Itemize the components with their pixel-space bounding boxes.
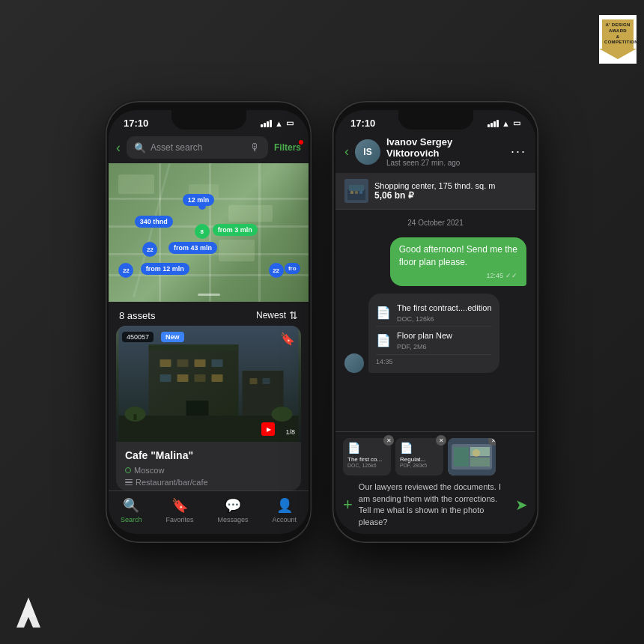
card-image: 450057 New 🔖 ▶ 1/8 bbox=[116, 326, 301, 442]
filters-dot bbox=[299, 140, 303, 145]
map-pin-from12mln[interactable]: from 12 mln bbox=[141, 263, 189, 275]
pinned-property-img bbox=[344, 179, 368, 203]
received-files-msg: 📄 The first contract....edition DOC, 126… bbox=[368, 294, 499, 373]
phone-1: 17:10 ▲ ▭ ‹ bbox=[106, 101, 312, 543]
svg-rect-15 bbox=[263, 378, 270, 384]
back-button[interactable]: ‹ bbox=[116, 140, 121, 156]
mic-icon[interactable]: 🎙 bbox=[250, 142, 261, 154]
contact-name: Ivanov Sergey Viktorovich bbox=[386, 136, 505, 159]
svg-rect-29 bbox=[470, 458, 490, 467]
sort-label: Newest bbox=[256, 310, 286, 321]
svg-point-17 bbox=[272, 407, 293, 422]
bar1 bbox=[261, 124, 263, 127]
bookmark-icon[interactable]: 🔖 bbox=[280, 332, 295, 346]
map-scroll-indicator bbox=[198, 294, 220, 296]
pinned-text: Shopping center, 175 thnd. sq. m 5,06 bn… bbox=[374, 181, 526, 201]
nav-account[interactable]: 👤 Account bbox=[272, 497, 297, 523]
pin-value-22a: 22 bbox=[147, 246, 154, 253]
chat-header: ‹ IS Ivanov Sergey Viktorovich Last seen… bbox=[335, 132, 535, 173]
send-button[interactable]: ➤ bbox=[515, 496, 528, 514]
property-card[interactable]: 450057 New 🔖 ▶ 1/8 Cafe "Malina" Moscow bbox=[116, 326, 301, 490]
svg-rect-4 bbox=[160, 359, 171, 367]
attachments-row: ✕ 📄 The first co... DOC, 126k6 ✕ 📄 Regul… bbox=[343, 438, 528, 476]
attachment-photo-bg bbox=[448, 438, 496, 476]
pinned-property-price: 5,06 bn ₽ bbox=[374, 190, 526, 201]
phone-2: 17:10 ▲ ▭ ‹ IS bbox=[332, 101, 538, 543]
sort-button[interactable]: Newest ⇅ bbox=[256, 309, 298, 321]
received-time-1: 14:35 bbox=[376, 357, 492, 367]
map-block-3 bbox=[219, 240, 255, 262]
attachment-1[interactable]: ✕ 📄 The first co... DOC, 126k6 bbox=[343, 438, 391, 476]
map-pin-12mln[interactable]: 12 mln bbox=[183, 194, 215, 206]
attachment-photo[interactable]: ✕ bbox=[448, 438, 496, 476]
map-area[interactable]: 12 mln 340 thnd 8 from 3 mln 22 from 43 … bbox=[109, 163, 309, 302]
battery-icon: ▭ bbox=[286, 118, 294, 128]
map-block-1 bbox=[118, 174, 154, 194]
bar3b bbox=[493, 121, 496, 127]
svg-rect-27 bbox=[454, 447, 469, 467]
chat-back-button[interactable]: ‹ bbox=[344, 144, 349, 160]
sort-icon: ⇅ bbox=[289, 309, 298, 321]
file-meta-2: PDF, 2M6 bbox=[397, 342, 452, 352]
more-options-button[interactable]: ··· bbox=[511, 144, 526, 160]
file-item-2[interactable]: 📄 Floor plan New PDF, 2M6 bbox=[376, 327, 492, 355]
signal-icon-1 bbox=[261, 120, 272, 127]
card-info: Cafe "Malina" Moscow Restaurant/bar/c bbox=[116, 442, 301, 490]
card-id-badge: 450057 bbox=[122, 332, 154, 342]
sent-text-1: Good afternoon! Send me the floor plan p… bbox=[399, 244, 517, 267]
file-type-2: PDF bbox=[397, 343, 410, 350]
pin-value-8: 8 bbox=[201, 228, 204, 235]
signal-icon-2 bbox=[487, 120, 499, 127]
type-line-2 bbox=[125, 482, 133, 483]
file-info-1: The first contract....edition DOC, 126k6 bbox=[397, 303, 492, 323]
image-count: 1/8 bbox=[285, 428, 295, 436]
attachment-close-1[interactable]: ✕ bbox=[383, 435, 394, 446]
attachment-2[interactable]: ✕ 📄 Regulat... PDF, 280k5 bbox=[395, 438, 443, 476]
svg-rect-3 bbox=[149, 344, 239, 350]
att-name-1: The first co... bbox=[347, 456, 386, 463]
filters-button[interactable]: Filters bbox=[274, 142, 301, 153]
map-pin-fro[interactable]: fro bbox=[285, 263, 300, 274]
road-v1 bbox=[159, 163, 161, 302]
assets-header: 8 assets Newest ⇅ bbox=[109, 302, 309, 326]
video-button[interactable]: ▶ bbox=[261, 422, 275, 436]
pinned-message[interactable]: Shopping center, 175 thnd. sq. m 5,06 bn… bbox=[335, 173, 535, 210]
nav-search[interactable]: 🔍 Search bbox=[121, 497, 142, 523]
favorites-nav-icon: 🔖 bbox=[171, 497, 188, 514]
map-pin-from3mln[interactable]: from 3 mln bbox=[213, 224, 258, 236]
bar3 bbox=[267, 121, 269, 127]
status-icons-1: ▲ ▭ bbox=[261, 118, 294, 128]
phone-2-screen: 17:10 ▲ ▭ ‹ IS bbox=[335, 110, 535, 534]
message-input[interactable]: Our lawyers reviewed the documents. I am… bbox=[359, 482, 509, 528]
received-message-1: 📄 The first contract....edition DOC, 126… bbox=[344, 294, 526, 373]
map-pin-340thnd[interactable]: 340 thnd bbox=[135, 216, 173, 228]
svg-rect-23 bbox=[355, 191, 358, 194]
sent-message-1: Good afternoon! Send me the floor plan p… bbox=[390, 237, 526, 286]
add-attachment-button[interactable]: + bbox=[343, 495, 353, 514]
att-meta-1: DOC, 126k6 bbox=[347, 463, 386, 468]
messages-nav-icon: 💬 bbox=[225, 497, 241, 514]
nav-favorites-label: Favorites bbox=[165, 516, 193, 523]
file-item-1[interactable]: 📄 The first contract....edition DOC, 126… bbox=[376, 300, 492, 327]
property-title: Cafe "Malina" bbox=[125, 449, 292, 461]
notch-2 bbox=[398, 110, 473, 130]
chat-messages: 24 October 2021 Good afternoon! Send me … bbox=[335, 210, 535, 431]
sender-avatar bbox=[344, 353, 364, 373]
award-text: A' DESIGN AWARD bbox=[604, 22, 631, 34]
att-size-1: 126k6 bbox=[362, 463, 376, 468]
phone-1-content: 17:10 ▲ ▭ ‹ bbox=[109, 110, 309, 534]
file-name-2: Floor plan New bbox=[397, 330, 452, 341]
nav-favorites[interactable]: 🔖 Favorites bbox=[165, 497, 193, 523]
nav-messages-label: Messages bbox=[217, 516, 248, 523]
nav-account-label: Account bbox=[272, 516, 297, 523]
file-info-2: Floor plan New PDF, 2M6 bbox=[397, 330, 452, 351]
bar4 bbox=[270, 120, 272, 127]
attachment-close-2[interactable]: ✕ bbox=[436, 435, 446, 446]
nav-messages[interactable]: 💬 Messages bbox=[217, 497, 248, 523]
search-input-area[interactable]: 🔍 Asset search 🎙 bbox=[127, 136, 268, 159]
nav-search-label: Search bbox=[121, 516, 142, 523]
chat-input-area: ✕ 📄 The first co... DOC, 126k6 ✕ 📄 Regul… bbox=[335, 431, 535, 534]
map-pin-from43mln[interactable]: from 43 mln bbox=[168, 242, 217, 254]
map-pin-circle-22c[interactable]: 22 bbox=[269, 263, 284, 278]
bar1b bbox=[487, 124, 490, 127]
